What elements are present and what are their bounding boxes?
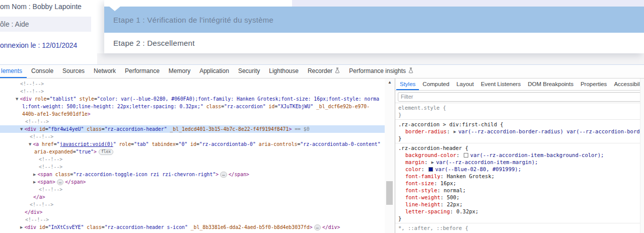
- elements-tree-line[interactable]: <!--!-->: [0, 133, 385, 140]
- expand-shorthand-icon[interactable]: ▶: [432, 161, 434, 165]
- styles-tab-event-listeners[interactable]: Event Listeners: [477, 79, 524, 90]
- tree-disclosure-icon[interactable]: ▼: [29, 142, 31, 146]
- elements-tree-line[interactable]: l;font-weight: 500;line-height: 22px;let…: [0, 103, 385, 110]
- devtools-tab-application[interactable]: Application: [195, 65, 234, 78]
- css-property-value: 0.32px;: [456, 208, 478, 214]
- color-swatch-icon[interactable]: [428, 167, 433, 172]
- css-property-line[interactable]: font-size: 16px;: [398, 180, 643, 187]
- tree-disclosure-icon[interactable]: ▶: [20, 225, 23, 229]
- devtools-tab-performance-insights[interactable]: Performance insights: [344, 65, 418, 78]
- css-property-line[interactable]: color: var(--Blue-02-80, #091999);: [398, 166, 643, 173]
- scrollbar-thumb[interactable]: [386, 181, 393, 205]
- accordion-popup: Etape 1 : Vérification de l'intégrité du…: [104, 0, 644, 53]
- elements-tree-line[interactable]: </a>: [0, 193, 385, 201]
- elements-tree-line[interactable]: ▼<a href="javascript:void(0)" role="tab"…: [0, 140, 385, 148]
- css-property-line[interactable]: line-height: 22px;: [398, 201, 643, 208]
- code-token: class: [84, 126, 101, 132]
- code-token: <span: [37, 172, 52, 177]
- styles-tab-styles[interactable]: Styles: [396, 79, 419, 90]
- elements-tree-line[interactable]: 440b-afe1-9acfe901df1e>: [0, 110, 385, 118]
- screen: om Nom : Bobby Lapointe ôle : Aide onnex…: [0, 0, 644, 233]
- elements-tree-line[interactable]: <!--!-->: [0, 118, 385, 125]
- css-property-value: 500;: [447, 194, 459, 200]
- user-name-text: om Nom : Bobby Lapointe: [0, 3, 82, 11]
- styles-tab-layout[interactable]: Layout: [453, 79, 477, 90]
- tab-label: Application: [199, 67, 229, 74]
- css-property-line[interactable]: font-family: Hanken Grotesk;: [398, 173, 643, 180]
- elements-tree-line[interactable]: <!--!-->: [0, 163, 385, 171]
- css-property-name: letter-spacing: [405, 208, 450, 214]
- code-token: >: [88, 111, 91, 117]
- elements-tree-line[interactable]: aria-expanded="true">flex: [0, 148, 385, 156]
- elements-tree-line[interactable]: <!--!-->: [0, 186, 385, 193]
- code-token: "rz-accordion": [224, 104, 266, 109]
- collapsed-content-button[interactable]: …: [220, 172, 227, 178]
- devtools-tab-network[interactable]: Network: [89, 65, 120, 78]
- code-token: "rz-accordion-header s-icon": [105, 224, 188, 230]
- tree-disclosure-icon[interactable]: ▶: [33, 180, 36, 184]
- styles-tab-accessibility[interactable]: Accessibility: [610, 79, 644, 90]
- tree-disclosure-icon[interactable]: ▼: [20, 127, 23, 131]
- css-rule[interactable]: .rz-accordion-header {background-color: …: [395, 143, 644, 223]
- elements-tree-line[interactable]: </div>: [0, 208, 385, 216]
- css-property-value: Hanken Grotesk;: [447, 173, 494, 179]
- code-token: </div>: [25, 209, 42, 215]
- flask-experiment-icon: [332, 67, 340, 75]
- elements-tree-line[interactable]: <!--!-->: [0, 201, 385, 208]
- attribute-link[interactable]: javascript:void(0): [60, 141, 113, 147]
- elements-tree-line[interactable]: ▼<div role="tablist" style="color: var(-…: [0, 95, 385, 103]
- tab-label: Lighthouse: [269, 67, 299, 74]
- devtools-tab-performance[interactable]: Performance: [120, 65, 164, 78]
- elements-tree-line[interactable]: <!--!-->: [0, 80, 385, 88]
- code-token: l;font-weight: 500;line-height: 22px;let…: [22, 104, 203, 109]
- styles-tab-computed[interactable]: Computed: [419, 79, 453, 90]
- code-token: <!--!-->: [39, 164, 62, 170]
- styles-filter-input[interactable]: [398, 92, 641, 102]
- devtools-tab-security[interactable]: Security: [234, 65, 264, 78]
- elements-tree-line[interactable]: <!--!-->: [0, 156, 385, 163]
- css-rule[interactable]: *, ::after, ::before {box-sizing: border…: [395, 223, 644, 233]
- expand-shorthand-icon[interactable]: ▶: [454, 130, 456, 134]
- css-property-line[interactable]: border-radius: ▶var(--rz-accordion-borde…: [398, 128, 643, 135]
- elements-tree-line[interactable]: <!--!-->: [0, 88, 385, 95]
- devtools-tab-console[interactable]: Console: [27, 65, 58, 78]
- elements-tree-line[interactable]: <!--!-->: [0, 216, 385, 223]
- code-token: class: [52, 172, 70, 177]
- css-rule[interactable]: element.style {}: [395, 103, 644, 120]
- elements-tree-selected-node[interactable]: ▼<div id="fbr4wi4yeU" class="rz-accordio…: [0, 125, 385, 133]
- code-token: id: [187, 141, 196, 147]
- elements-tree-line[interactable]: ▶<span>…</span>: [0, 178, 385, 186]
- css-rule[interactable]: .rz-accordion > div:first-child {border-…: [395, 120, 644, 143]
- scroll-up-arrow-icon[interactable]: ▲: [385, 80, 395, 85]
- collapsed-content-button[interactable]: …: [314, 224, 321, 230]
- css-property-line[interactable]: background-color: var(--rz-accordion-ite…: [398, 151, 643, 159]
- accordion-step2-header[interactable]: Etape 2 : Descellement: [104, 33, 644, 53]
- css-property-line[interactable]: margin: ▶var(--rz-accordion-item-margin)…: [398, 159, 643, 166]
- collapsed-content-button[interactable]: …: [57, 179, 63, 185]
- devtools-tab-recorder[interactable]: Recorder: [303, 65, 344, 78]
- elements-tree-line[interactable]: ▶<div id="InXtCsvEYE" class="rz-accordio…: [0, 223, 385, 231]
- css-rule-close-brace: }: [398, 112, 401, 118]
- code-token: <!--!-->: [39, 187, 62, 192]
- tree-disclosure-icon[interactable]: ▶: [33, 173, 36, 177]
- styles-filter-row: [395, 91, 644, 103]
- devtools-tab-sources[interactable]: Sources: [58, 65, 89, 78]
- styles-tab-properties[interactable]: Properties: [577, 79, 610, 90]
- code-token: 440b-afe1-9acfe901df1e: [22, 111, 88, 117]
- accordion-step1-header[interactable]: Etape 1 : Vérification de l'intégrité du…: [104, 7, 644, 33]
- css-property-line[interactable]: font-style: normal;: [398, 187, 643, 194]
- devtools-tab-lighthouse[interactable]: Lighthouse: [264, 65, 303, 78]
- styles-tab-dom-breakpoints[interactable]: DOM Breakpoints: [524, 79, 577, 90]
- color-swatch-icon[interactable]: [464, 153, 468, 158]
- devtools-tab-memory[interactable]: Memory: [164, 65, 195, 78]
- code-token: <!--!-->: [39, 157, 62, 162]
- tree-disclosure-icon[interactable]: ▼: [16, 97, 18, 101]
- css-property-line[interactable]: letter-spacing: 0.32px;: [398, 208, 643, 215]
- devtools-tab-lements[interactable]: lements: [0, 65, 27, 78]
- elements-tree-line[interactable]: ▶<span class="rz-accordion-toggle-icon r…: [0, 171, 385, 178]
- tab-label: Performance insights: [349, 67, 406, 74]
- elements-scrollbar[interactable]: ▲: [385, 79, 395, 233]
- css-property-line[interactable]: font-weight: 500;: [398, 194, 643, 201]
- css-property-name: line-height: [405, 201, 441, 207]
- styles-scrollbar-track[interactable]: [640, 79, 644, 233]
